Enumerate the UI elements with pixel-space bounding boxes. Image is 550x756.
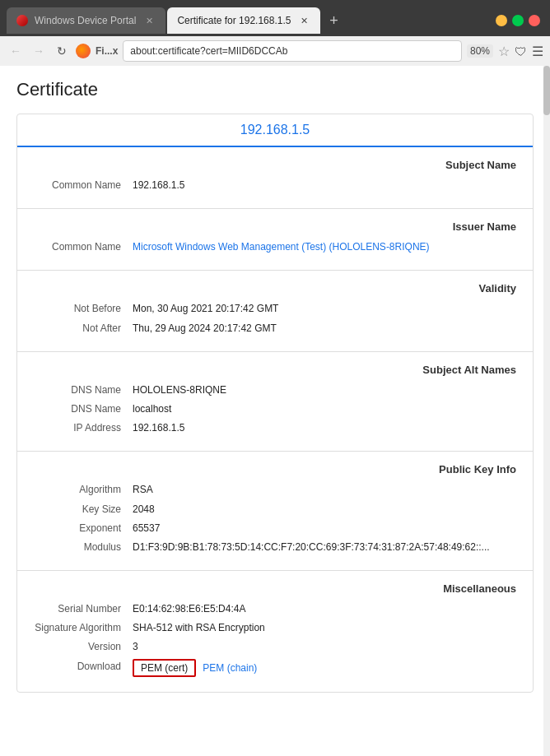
cert-hostname: 192.168.1.5 <box>17 114 533 147</box>
address-bar-row: ← → ↻ Fi...x about:certificate?cert=MIID… <box>0 36 550 66</box>
subject-name-section: Subject Name Common Name 192.168.1.5 <box>17 147 533 209</box>
version-row: Version 3 <box>17 639 533 655</box>
tab-windows-device-portal[interactable]: Windows Device Portal ✕ <box>7 7 165 34</box>
download-section: PEM (cert) PEM (chain) <box>133 659 257 677</box>
pubkey-title: Public Key Info <box>17 463 533 475</box>
not-after-value: Thu, 29 Aug 2024 20:17:42 GMT <box>133 321 277 336</box>
scrollbar-track[interactable] <box>543 66 550 756</box>
certificate-container: 192.168.1.5 Subject Name Common Name 192… <box>16 114 534 693</box>
forward-button[interactable]: → <box>30 42 48 60</box>
tab1-close-icon[interactable]: ✕ <box>142 14 156 27</box>
ip-address-value: 192.168.1.5 <box>133 420 184 436</box>
subject-common-name-value: 192.168.1.5 <box>133 178 184 193</box>
dns-name-1-value: HOLOLENS-8RIQNE <box>133 383 226 398</box>
dns-name-1-row: DNS Name HOLOLENS-8RIQNE <box>17 383 533 398</box>
tab1-favicon <box>16 15 28 26</box>
not-before-value: Mon, 30 Aug 2021 20:17:42 GMT <box>133 301 278 317</box>
pem-chain-link[interactable]: PEM (chain) <box>203 662 257 674</box>
dns-name-2-label: DNS Name <box>17 401 133 417</box>
serial-number-value: E0:14:62:98:E6:E5:D4:4A <box>133 601 245 617</box>
window-controls <box>496 15 543 26</box>
keysize-row: Key Size 2048 <box>17 502 533 517</box>
download-row: Download PEM (cert) PEM (chain) <box>17 659 533 677</box>
tab1-label: Windows Device Portal <box>35 15 136 26</box>
serial-number-label: Serial Number <box>17 601 133 617</box>
subject-common-name-row: Common Name 192.168.1.5 <box>17 178 533 193</box>
validity-section: Validity Not Before Mon, 30 Aug 2021 20:… <box>17 271 533 351</box>
menu-button[interactable]: ☰ <box>532 44 543 59</box>
dns-name-2-row: DNS Name localhost <box>17 401 533 417</box>
issuer-common-name-value[interactable]: Microsoft Windows Web Management (Test) … <box>133 239 430 255</box>
sig-algo-row: Signature Algorithm SHA-512 with RSA Enc… <box>17 620 533 636</box>
not-before-row: Not Before Mon, 30 Aug 2021 20:17:42 GMT <box>17 301 533 317</box>
exponent-row: Exponent 65537 <box>17 521 533 536</box>
tab2-label: Certificate for 192.168.1.5 <box>177 15 291 26</box>
algorithm-value: RSA <box>133 482 153 498</box>
algorithm-label: Algorithm <box>17 482 133 498</box>
serial-number-row: Serial Number E0:14:62:98:E6:E5:D4:4A <box>17 601 533 617</box>
zoom-indicator: 80% <box>467 44 493 58</box>
bookmark-icon[interactable]: ☆ <box>498 44 510 59</box>
reload-button[interactable]: ↻ <box>53 42 71 60</box>
sig-algo-value: SHA-512 with RSA Encryption <box>133 620 265 636</box>
tab-certificate[interactable]: Certificate for 192.168.1.5 ✕ <box>167 7 320 34</box>
exponent-label: Exponent <box>17 521 133 536</box>
page-title: Certificate <box>16 79 534 100</box>
misc-section: Miscellaneous Serial Number E0:14:62:98:… <box>17 571 533 692</box>
pem-cert-button[interactable]: PEM (cert) <box>133 659 196 677</box>
dns-name-2-value: localhost <box>133 401 171 417</box>
firefox-icon <box>76 44 91 58</box>
ip-address-label: IP Address <box>17 420 133 436</box>
pubkey-section: Public Key Info Algorithm RSA Key Size 2… <box>17 452 533 571</box>
misc-title: Miscellaneous <box>17 582 533 595</box>
url-bar[interactable]: about:certificate?cert=MIID6DCCAb <box>123 40 462 62</box>
maximize-button[interactable] <box>512 15 524 26</box>
download-label: Download <box>17 659 133 675</box>
url-text: about:certificate?cert=MIID6DCCAb <box>130 45 287 57</box>
san-section: Subject Alt Names DNS Name HOLOLENS-8RIQ… <box>17 352 533 452</box>
page-content: Certificate 192.168.1.5 Subject Name Com… <box>0 66 550 756</box>
minimize-button[interactable] <box>496 15 507 26</box>
ip-address-row: IP Address 192.168.1.5 <box>17 420 533 436</box>
san-title: Subject Alt Names <box>17 364 533 376</box>
subject-name-title: Subject Name <box>17 159 533 171</box>
tab2-close-icon[interactable]: ✕ <box>297 14 310 27</box>
firefox-label: Fi...x <box>96 45 118 57</box>
issuer-name-title: Issuer Name <box>17 220 533 233</box>
validity-title: Validity <box>17 282 533 295</box>
dns-name-1-label: DNS Name <box>17 383 133 398</box>
keysize-value: 2048 <box>133 502 155 517</box>
scrollbar-thumb[interactable] <box>543 66 550 115</box>
browser-chrome: Windows Device Portal ✕ Certificate for … <box>0 0 550 66</box>
issuer-common-name-row: Common Name Microsoft Windows Web Manage… <box>17 239 533 255</box>
issuer-common-name-label: Common Name <box>17 239 133 255</box>
exponent-value: 65537 <box>133 521 160 536</box>
not-after-row: Not After Thu, 29 Aug 2024 20:17:42 GMT <box>17 321 533 336</box>
back-button[interactable]: ← <box>7 42 25 60</box>
version-label: Version <box>17 639 133 655</box>
issuer-name-section: Issuer Name Common Name Microsoft Window… <box>17 209 533 271</box>
algorithm-row: Algorithm RSA <box>17 482 533 498</box>
keysize-label: Key Size <box>17 502 133 517</box>
version-value: 3 <box>133 639 138 655</box>
sig-algo-label: Signature Algorithm <box>17 620 133 636</box>
subject-common-name-label: Common Name <box>17 178 133 193</box>
not-before-label: Not Before <box>17 301 133 317</box>
modulus-value: D1:F3:9D:9B:B1:78:73:5D:14:CC:F7:20:CC:6… <box>133 540 490 555</box>
shield-icon[interactable]: 🛡 <box>515 44 527 58</box>
modulus-label: Modulus <box>17 540 133 555</box>
close-button[interactable] <box>529 15 540 26</box>
new-tab-button[interactable]: + <box>322 9 345 32</box>
not-after-label: Not After <box>17 321 133 336</box>
tab-bar: Windows Device Portal ✕ Certificate for … <box>0 0 550 36</box>
modulus-row: Modulus D1:F3:9D:9B:B1:78:73:5D:14:CC:F7… <box>17 540 533 555</box>
